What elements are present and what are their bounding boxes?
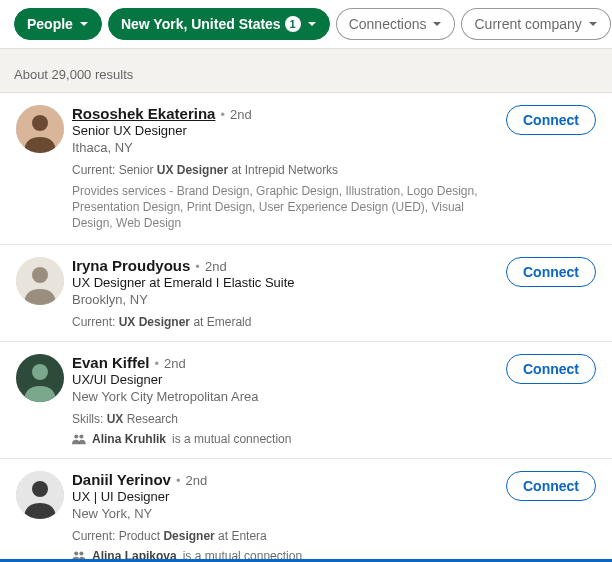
result-row: Rososhek Ekaterina•2ndSenior UX Designer… bbox=[0, 93, 612, 245]
headline: UX Designer at Emerald I Elastic Suite bbox=[72, 275, 506, 290]
snippet-label: Current: bbox=[72, 163, 119, 177]
mutual-suffix: is a mutual connection bbox=[172, 432, 291, 446]
snippet-post: at Intrepid Networks bbox=[228, 163, 338, 177]
connection-degree: 2nd bbox=[186, 473, 208, 488]
snippet-pre: Product bbox=[119, 529, 164, 543]
avatar[interactable] bbox=[16, 105, 64, 153]
headline: Senior UX Designer bbox=[72, 123, 506, 138]
chevron-down-icon bbox=[588, 19, 598, 29]
mutual-name: Alina Kruhlik bbox=[92, 432, 166, 446]
snippet-match: UX Designer bbox=[119, 315, 190, 329]
filter-label: People bbox=[27, 16, 73, 32]
svg-point-3 bbox=[32, 267, 48, 283]
avatar[interactable] bbox=[16, 354, 64, 402]
svg-point-5 bbox=[32, 364, 48, 380]
filter-label: New York, United States bbox=[121, 16, 281, 32]
person-name-link[interactable]: Rososhek Ekaterina bbox=[72, 105, 215, 122]
current-position-snippet: Current: Product Designer at Entera bbox=[72, 529, 506, 543]
degree-separator: • bbox=[155, 356, 160, 371]
snippet-pre: Senior bbox=[119, 163, 157, 177]
connection-degree: 2nd bbox=[230, 107, 252, 122]
filter-people[interactable]: People bbox=[14, 8, 102, 40]
current-position-snippet: Current: Senior UX Designer at Intrepid … bbox=[72, 163, 506, 177]
svg-point-7 bbox=[79, 434, 83, 438]
people-icon bbox=[72, 433, 86, 445]
mutual-connection: Alina Kruhlikis a mutual connection bbox=[72, 432, 506, 446]
degree-separator: • bbox=[176, 473, 181, 488]
snippet-label: Current: bbox=[72, 315, 119, 329]
degree-separator: • bbox=[220, 107, 225, 122]
connect-button[interactable]: Connect bbox=[506, 354, 596, 384]
connect-button[interactable]: Connect bbox=[506, 105, 596, 135]
services-summary: Provides services - Brand Design, Graphi… bbox=[72, 183, 506, 232]
chevron-down-icon bbox=[79, 19, 89, 29]
results-summary: About 29,000 results bbox=[0, 49, 612, 92]
snippet-post: at Emerald bbox=[190, 315, 251, 329]
snippet-post: at Entera bbox=[215, 529, 267, 543]
avatar[interactable] bbox=[16, 257, 64, 305]
snippet-label: Skills: bbox=[72, 412, 107, 426]
skills-snippet: Skills: UX Research bbox=[72, 412, 506, 426]
person-name-link[interactable]: Iryna Proudyous bbox=[72, 257, 190, 274]
connection-degree: 2nd bbox=[164, 356, 186, 371]
location: New York, NY bbox=[72, 506, 506, 521]
chevron-down-icon bbox=[307, 19, 317, 29]
svg-point-9 bbox=[32, 481, 48, 497]
location: New York City Metropolitan Area bbox=[72, 389, 506, 404]
results-list: Rososhek Ekaterina•2ndSenior UX Designer… bbox=[0, 92, 612, 562]
snippet-match: Designer bbox=[163, 529, 214, 543]
filter-label: Connections bbox=[349, 16, 427, 32]
filter-bar: People New York, United States 1 Connect… bbox=[0, 0, 612, 49]
connect-button[interactable]: Connect bbox=[506, 257, 596, 287]
snippet-match: UX Designer bbox=[157, 163, 228, 177]
location: Brooklyn, NY bbox=[72, 292, 506, 307]
person-name-link[interactable]: Daniil Yerinov bbox=[72, 471, 171, 488]
avatar[interactable] bbox=[16, 471, 64, 519]
chevron-down-icon bbox=[432, 19, 442, 29]
filter-current-company[interactable]: Current company bbox=[461, 8, 610, 40]
connect-button[interactable]: Connect bbox=[506, 471, 596, 501]
current-position-snippet: Current: UX Designer at Emerald bbox=[72, 315, 506, 329]
svg-point-11 bbox=[79, 551, 83, 555]
snippet-match: UX bbox=[107, 412, 124, 426]
filter-location[interactable]: New York, United States 1 bbox=[108, 8, 330, 40]
connection-degree: 2nd bbox=[205, 259, 227, 274]
filter-connections[interactable]: Connections bbox=[336, 8, 456, 40]
person-name-link[interactable]: Evan Kiffel bbox=[72, 354, 150, 371]
headline: UX/UI Designer bbox=[72, 372, 506, 387]
degree-separator: • bbox=[195, 259, 200, 274]
headline: UX | UI Designer bbox=[72, 489, 506, 504]
svg-point-1 bbox=[32, 115, 48, 131]
result-row: Iryna Proudyous•2ndUX Designer at Emeral… bbox=[0, 245, 612, 342]
location: Ithaca, NY bbox=[72, 140, 506, 155]
snippet-label: Current: bbox=[72, 529, 119, 543]
result-row: Daniil Yerinov•2ndUX | UI DesignerNew Yo… bbox=[0, 459, 612, 562]
snippet-post: Research bbox=[123, 412, 178, 426]
svg-point-10 bbox=[74, 551, 78, 555]
filter-count-badge: 1 bbox=[285, 16, 301, 32]
result-row: Evan Kiffel•2ndUX/UI DesignerNew York Ci… bbox=[0, 342, 612, 459]
svg-point-6 bbox=[74, 434, 78, 438]
filter-label: Current company bbox=[474, 16, 581, 32]
